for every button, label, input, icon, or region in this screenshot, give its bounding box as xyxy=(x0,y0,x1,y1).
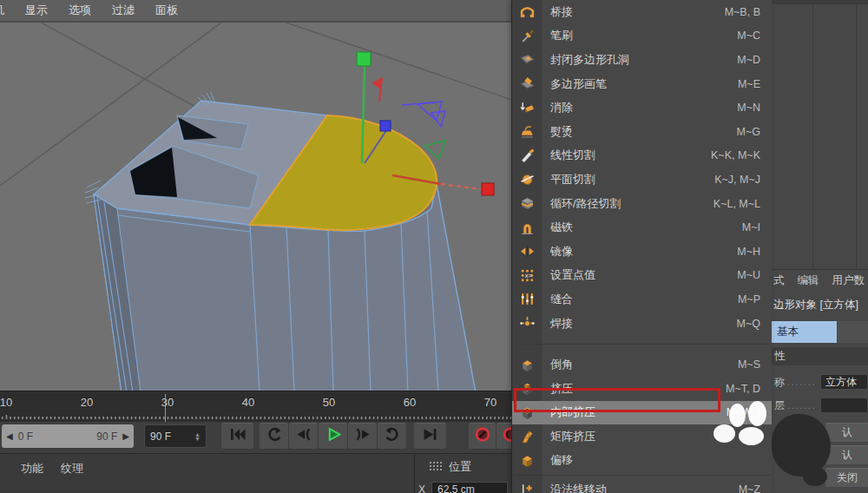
range-right-arrow-icon[interactable]: ▶ xyxy=(122,431,129,441)
ruler-label-30: 30 xyxy=(161,396,174,409)
cursor-overlay-blob xyxy=(729,404,746,427)
polygon-pen-icon xyxy=(512,76,542,91)
menu-item-shortcut: M~C xyxy=(737,30,772,42)
viewport-menu-面板[interactable]: 面板 xyxy=(155,3,178,18)
menu-item-label: 多边形画笔 xyxy=(542,76,738,92)
frame-spinner-icon[interactable]: ▲▼ xyxy=(194,432,201,441)
go-end-icon xyxy=(421,427,440,445)
menu-item-笔刷[interactable]: 笔刷M~C xyxy=(512,24,772,49)
current-frame-field[interactable]: 90 F ▲▼ xyxy=(144,424,207,448)
mirror-icon xyxy=(512,244,542,259)
attributes-menu-编辑[interactable]: 编辑 xyxy=(798,273,819,288)
viewport-menu-过滤[interactable]: 过滤 xyxy=(112,3,135,18)
menu-item-label: 线性切割 xyxy=(542,148,711,163)
menu-item-label: 笔刷 xyxy=(542,28,737,43)
cursor-shadow-blob xyxy=(772,414,831,477)
menu-item-沿法线移动[interactable]: 沿法线移动M~Z xyxy=(512,477,772,493)
menu-item-label: 缝合 xyxy=(542,292,738,307)
menu-item-熨烫[interactable]: 熨烫M~G xyxy=(512,120,772,144)
current-frame-value: 90 F xyxy=(150,431,171,443)
next-key-icon xyxy=(383,427,402,445)
viewport-menu-选项[interactable]: 选项 xyxy=(69,3,91,18)
position-x-field[interactable]: 62.5 cm xyxy=(431,482,508,493)
menu-item-shortcut: M~Z xyxy=(739,483,772,493)
menu-item-shortcut: K~J, M~J xyxy=(714,174,772,186)
section-header: 性 xyxy=(772,347,868,365)
ruler-label-70: 70 xyxy=(484,396,496,409)
menu-item-label: 倒角 xyxy=(542,357,738,372)
previous-key-button[interactable] xyxy=(260,423,288,450)
menu-item-倒角[interactable]: 倒角M~S xyxy=(512,352,772,377)
stitch-icon xyxy=(512,292,542,306)
menu-item-shortcut: M~E xyxy=(738,78,772,90)
go-to-start-button[interactable] xyxy=(221,423,253,450)
menu-item-焊接[interactable]: 焊接M~Q xyxy=(512,312,772,336)
menu-item-多边形画笔[interactable]: 多边形画笔M~E xyxy=(512,72,772,96)
attribute-input[interactable] xyxy=(820,398,868,413)
object-title: 边形对象 [立方体] xyxy=(773,298,858,312)
viewport-menu-机[interactable]: 机 xyxy=(0,3,4,18)
play-button[interactable] xyxy=(319,423,347,450)
menu-item-shortcut: M~S xyxy=(738,358,772,371)
tutorial-red-callout-box xyxy=(514,388,720,412)
playhead-marker[interactable] xyxy=(165,394,166,422)
menu-item-偏移[interactable]: 偏移 xyxy=(512,449,772,473)
menu-item-label: 磁铁 xyxy=(542,220,742,235)
menu-item-线性切割[interactable]: 线性切割K~K, M~K xyxy=(512,144,772,168)
panel-divider xyxy=(414,454,415,493)
viewport-menu-显示[interactable]: 显示 xyxy=(25,3,48,18)
matrix-extrude-icon xyxy=(512,429,542,444)
tab-next-stub[interactable] xyxy=(838,321,868,343)
next-key-button[interactable] xyxy=(378,423,406,450)
smooth-shift-icon xyxy=(512,453,542,468)
menu-item-封闭多边形孔洞[interactable]: 封闭多边形孔洞M~D xyxy=(512,48,772,72)
move-along-normals-icon xyxy=(512,483,542,493)
menu-item-shortcut: M~N xyxy=(737,102,772,114)
panel-button-认[interactable]: 认 xyxy=(825,445,868,464)
panel-divider xyxy=(812,5,813,269)
menu-item-label: 熨烫 xyxy=(542,124,737,140)
attribute-row-称: 称.......立方体 xyxy=(772,372,868,391)
menu-separator xyxy=(512,335,772,352)
range-left-arrow-icon[interactable]: ◀ xyxy=(6,431,13,441)
menu-item-shortcut: K~L, M~L xyxy=(713,198,772,210)
leader-dots: ....... xyxy=(785,401,820,411)
next-frame-button[interactable] xyxy=(348,423,377,450)
menu-item-缝合[interactable]: 缝合M~P xyxy=(512,287,772,312)
loop-path-cut-icon xyxy=(512,196,542,211)
status-tab-纹理[interactable]: 纹理 xyxy=(61,461,83,477)
range-start-label: 0 F xyxy=(18,431,33,443)
panel-top-strip xyxy=(772,0,868,4)
menu-item-镜像[interactable]: 镜像M~H xyxy=(512,240,772,264)
go-to-end-button[interactable] xyxy=(414,423,446,450)
dissolve-icon xyxy=(512,101,542,115)
attribute-input[interactable]: 立方体 xyxy=(820,374,868,390)
range-end-label: 90 F xyxy=(96,431,117,443)
timeline-range-slider[interactable]: ◀ 0 F 90 F ▶ xyxy=(2,424,134,448)
status-tab-功能[interactable]: 功能 xyxy=(21,461,43,477)
menu-item-label: 循环/路径切割 xyxy=(542,196,713,212)
attribute-row-层: 层....... xyxy=(772,396,868,415)
menu-item-平面切割[interactable]: 平面切割K~J, M~J xyxy=(512,168,772,192)
tab-basic[interactable]: 基本 xyxy=(772,321,837,343)
attributes-panel: 式编辑用户数 边形对象 [立方体] 基本 性 称.......立方体层.....… xyxy=(771,0,868,493)
attributes-menu-用户数[interactable]: 用户数 xyxy=(832,273,865,288)
menu-item-消除[interactable]: 消除M~N xyxy=(512,95,772,120)
line-cut-icon xyxy=(512,148,542,163)
close-polygon-hole-icon xyxy=(512,52,542,67)
next-frame-icon xyxy=(353,427,372,445)
record-keyframe-button[interactable] xyxy=(469,423,496,450)
panel-button-关闭[interactable]: 关闭 xyxy=(825,468,868,487)
menu-item-shortcut: M~D xyxy=(737,54,772,66)
attributes-menu-式[interactable]: 式 xyxy=(773,273,785,288)
menu-item-循环/路径切割[interactable]: 循环/路径切割K~L, M~L xyxy=(512,192,772,216)
menu-item-磁铁[interactable]: 磁铁M~I xyxy=(512,215,772,240)
menu-item-桥接[interactable]: 桥接M~B, B xyxy=(512,0,772,24)
previous-frame-button[interactable] xyxy=(289,423,318,450)
go-start-icon xyxy=(228,427,247,445)
bridge-icon xyxy=(512,4,542,19)
record-key-icon xyxy=(473,427,492,445)
panel-button-认[interactable]: 认 xyxy=(825,423,868,442)
plane-cut-icon xyxy=(512,172,542,187)
menu-item-设置点值[interactable]: x=设置点值M~U xyxy=(512,264,772,288)
